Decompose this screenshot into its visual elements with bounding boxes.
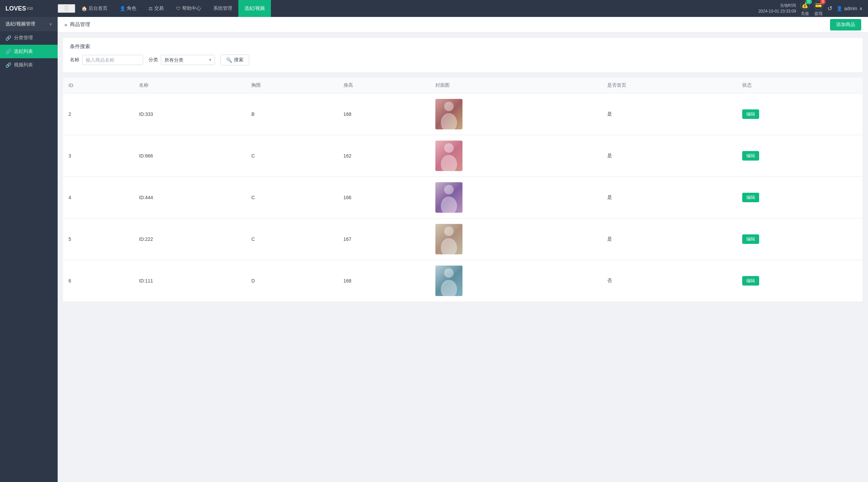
- sidebar-item-xuanfei-list[interactable]: 🔗 选妃列表: [0, 45, 58, 58]
- recharge-badge: 32: [806, 0, 812, 4]
- category-select[interactable]: 所有分类 A B C D: [161, 55, 215, 65]
- withdraw-label: 提现: [814, 11, 823, 17]
- edit-button[interactable]: 编辑: [742, 234, 759, 244]
- sidebar-label-category: 分类管理: [14, 35, 33, 41]
- nav-label-transaction: 交易: [154, 5, 164, 12]
- edit-button[interactable]: 编辑: [742, 109, 759, 119]
- cell-bust: B: [246, 93, 338, 135]
- cell-status: 编辑: [737, 93, 863, 135]
- sidebar-item-video-list[interactable]: 🔗 视频列表: [0, 58, 58, 72]
- cover-image: [435, 141, 462, 171]
- cover-image: [435, 266, 462, 296]
- name-input[interactable]: [82, 55, 143, 65]
- cell-id: 4: [63, 177, 134, 218]
- cell-cover: [430, 177, 602, 218]
- table-row: 2ID:333B168 是编辑: [63, 93, 863, 135]
- table-row: 6ID:111D168 否编辑: [63, 260, 863, 302]
- video-list-icon: 🔗: [5, 62, 11, 68]
- cover-image: [435, 224, 462, 254]
- table-body: 2ID:333B168 是编辑3ID:666C162 是编辑4ID:444C16…: [63, 93, 863, 302]
- logo-text: LOVES: [5, 5, 26, 12]
- sidebar: 选妃/视频管理 ∨ 🔗 分类管理 🔗 选妃列表 🔗 视频列表: [0, 17, 58, 482]
- refresh-icon: ↺: [827, 5, 832, 12]
- cell-cover: [430, 135, 602, 177]
- time-label: 当地时间: [758, 3, 796, 8]
- edit-button[interactable]: 编辑: [742, 276, 759, 286]
- svg-point-8: [444, 268, 454, 278]
- sidebar-group-label: 选妃/视频管理: [5, 21, 35, 27]
- cell-is-home: 是: [602, 93, 737, 135]
- cell-status: 编辑: [737, 218, 863, 260]
- nav-item-help[interactable]: 🛡 帮助中心: [170, 0, 207, 17]
- withdraw-button[interactable]: 💳 0 提现: [814, 1, 823, 17]
- nav-item-role[interactable]: 👤 角色: [114, 0, 142, 17]
- cell-height: 166: [338, 177, 430, 218]
- current-time: 2024-10-01 23:33:09: [758, 8, 796, 14]
- search-form: 名称 分类 所有分类 A B C D: [70, 55, 856, 65]
- sidebar-label-xuanfei: 选妃列表: [14, 48, 33, 55]
- cell-id: 2: [63, 93, 134, 135]
- nav-item-xuanfei[interactable]: 选妃/视频: [238, 0, 271, 17]
- svg-point-5: [441, 196, 457, 213]
- cell-is-home: 否: [602, 260, 737, 302]
- add-product-button[interactable]: 添加商品: [830, 19, 861, 30]
- sidebar-group-header[interactable]: 选妃/视频管理 ∨: [0, 17, 58, 31]
- user-menu-button[interactable]: 👤 admin ∧: [836, 6, 863, 11]
- table-row: 5ID:222C167 是编辑: [63, 218, 863, 260]
- cell-height: 168: [338, 93, 430, 135]
- edit-button[interactable]: 编辑: [742, 151, 759, 161]
- svg-point-9: [441, 280, 457, 296]
- sidebar-item-category[interactable]: 🔗 分类管理: [0, 31, 58, 45]
- header-right: 当地时间 2024-10-01 23:33:09 💰 32 充值 💳 0 提现 …: [758, 1, 868, 17]
- recharge-icon-circle: 💰 32: [800, 1, 810, 10]
- user-chevron-icon: ∧: [859, 6, 863, 11]
- table-row: 4ID:444C166 是编辑: [63, 177, 863, 218]
- cell-name: ID:333: [134, 93, 246, 135]
- nav-label-xuanfei: 选妃/视频: [244, 5, 265, 12]
- col-id: ID: [63, 78, 134, 93]
- search-icon: 🔍: [226, 57, 232, 63]
- search-button[interactable]: 🔍 搜索: [220, 55, 249, 65]
- transaction-icon: ⚖: [149, 6, 153, 11]
- recharge-label: 充值: [801, 11, 809, 17]
- nav-item-transaction[interactable]: ⚖ 交易: [142, 0, 170, 17]
- hamburger-button[interactable]: ☰: [58, 4, 75, 13]
- name-form-group: 名称: [70, 55, 143, 65]
- search-btn-label: 搜索: [234, 57, 243, 63]
- nav-label-role: 角色: [127, 5, 136, 12]
- col-cover: 封面图: [430, 78, 602, 93]
- breadcrumb-arrow: »: [64, 22, 67, 27]
- category-label: 分类: [149, 57, 158, 63]
- svg-point-0: [444, 102, 454, 111]
- cell-name: ID:222: [134, 218, 246, 260]
- edit-button[interactable]: 编辑: [742, 193, 759, 202]
- col-name: 名称: [134, 78, 246, 93]
- logo-version: V10: [27, 7, 33, 11]
- table-header-row: ID 名称 胸围 身高 封面图 是否首页 状态: [63, 78, 863, 93]
- cell-bust: D: [246, 260, 338, 302]
- cell-is-home: 是: [602, 135, 737, 177]
- cell-id: 3: [63, 135, 134, 177]
- nav-item-dashboard[interactable]: 🏠 后台首页: [75, 0, 114, 17]
- app-logo: LOVESV10: [0, 5, 58, 12]
- cell-status: 编辑: [737, 177, 863, 218]
- cell-name: ID:666: [134, 135, 246, 177]
- svg-point-2: [444, 143, 454, 153]
- nav-menu: 🏠 后台首页 👤 角色 ⚖ 交易 🛡 帮助中心 系统管理 选妃/视频: [75, 0, 758, 17]
- cell-is-home: 是: [602, 177, 737, 218]
- refresh-button[interactable]: ↺: [827, 5, 832, 12]
- cell-cover: [430, 218, 602, 260]
- nav-item-system[interactable]: 系统管理: [207, 0, 238, 17]
- products-table: ID 名称 胸围 身高 封面图 是否首页 状态 2ID:333B168 是编辑3…: [63, 78, 863, 301]
- cell-height: 168: [338, 260, 430, 302]
- cell-height: 167: [338, 218, 430, 260]
- dashboard-icon: 🏠: [81, 6, 87, 11]
- svg-point-4: [444, 185, 454, 194]
- recharge-button[interactable]: 💰 32 充值: [800, 1, 810, 17]
- withdraw-icon-circle: 💳 0: [814, 1, 823, 10]
- svg-point-3: [441, 155, 457, 171]
- user-label: admin: [844, 6, 857, 11]
- svg-point-7: [441, 238, 457, 254]
- search-section-title: 条件搜索: [70, 43, 856, 50]
- cell-id: 6: [63, 260, 134, 302]
